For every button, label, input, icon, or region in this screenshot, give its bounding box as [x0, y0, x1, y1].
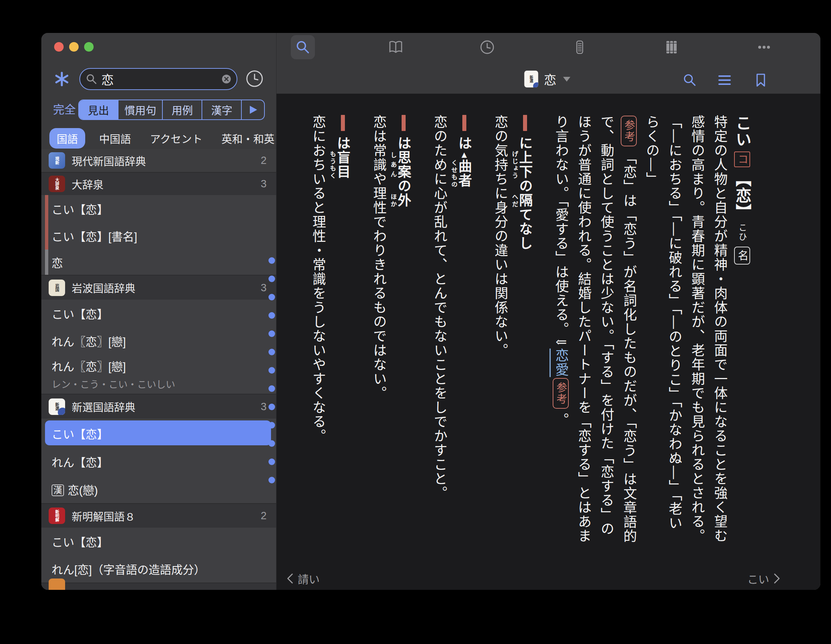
wildcard-icon[interactable] [54, 71, 70, 87]
entry-marker [45, 222, 48, 250]
search-view-button[interactable] [291, 35, 315, 59]
results-list: 現新 現代新国語辞典 2 大辞泉 大辞泉 3 こい【恋】 こい【恋】[書名] 恋 [41, 149, 276, 590]
dictionary-icon [49, 579, 65, 590]
idiom-definition: 恋の気持ちに身分の違いは関係ない。 [489, 115, 511, 544]
bookmark-button[interactable] [754, 73, 768, 87]
bookshelf-view-button[interactable] [388, 40, 403, 55]
history-view-button[interactable] [479, 40, 495, 55]
list-item[interactable]: こい【恋】 [41, 300, 276, 327]
dictionary-icon: 大辞泉 [49, 175, 65, 192]
idiom-definition: 恋のために心が乱れて、とんでもないことをしでかすこと。 [428, 115, 451, 544]
minimize-window-button[interactable] [69, 42, 79, 52]
tab-kanji[interactable]: 漢字 [202, 100, 242, 119]
current-word-label: 恋 [544, 70, 556, 88]
idiom-headword: は思案しあんの外ほか [390, 115, 415, 544]
entry-marker [45, 195, 48, 222]
match-mode-label[interactable]: 完全 [53, 99, 76, 120]
tab-kanyoku[interactable]: 慣用句 [118, 100, 163, 119]
window-controls [54, 42, 94, 52]
category-kokugo[interactable]: 国語 [49, 128, 85, 148]
category-accent[interactable]: アクセント [145, 128, 208, 148]
dictionary-category-tabs: 国語 中国語 アクセント 英和・和英 英英辞典 [49, 128, 276, 148]
entry-text: こいコ【恋】こひ名 特定の人物と自分が精神・肉体の両面で一体になることを強く望む… [307, 115, 753, 544]
result-count: 3 [261, 178, 267, 190]
section-header-partial[interactable] [41, 582, 276, 590]
section-header[interactable]: 現新 現代新国語辞典 2 [41, 149, 276, 172]
section-header[interactable]: 新選 新選国語辞典 3 [41, 394, 276, 419]
search-in-entry-button[interactable] [683, 73, 697, 87]
list-item-selected[interactable]: こい【恋】 [41, 419, 276, 448]
tab-yourei[interactable]: 用例 [163, 100, 202, 119]
list-item[interactable]: れん【恋】 [41, 448, 276, 475]
search-history-button[interactable] [245, 70, 264, 88]
entry-readings: レン・こう・こい・こいしい [52, 377, 276, 391]
dictionary-icon: 新選 [49, 399, 65, 415]
entry-pane: 新選 恋 こいコ【恋】こひ名 特定の人物と自分が精神・肉体の両面で一体になること… [276, 33, 820, 590]
result-position-dots [269, 257, 275, 495]
idiom-headword: に上下げじょうの隔へだてなし [511, 115, 536, 544]
idiom-block: は▲曲者くせもの 恋のために心が乱れて、とんでもないことをしでかすこと。 [428, 115, 476, 544]
chevron-down-icon [562, 76, 571, 82]
category-eiwa-waei[interactable]: 英和・和英 [217, 128, 276, 148]
clear-search-button[interactable] [221, 74, 231, 84]
result-count: 3 [261, 282, 267, 294]
previous-entry-button[interactable]: 請い [286, 571, 320, 587]
search-type-segmented-control: 見出 慣用句 用例 漢字 [78, 99, 265, 120]
search-query: 恋 [101, 70, 221, 88]
sidebar: 恋 完全 見出 慣用句 用例 漢字 [41, 33, 276, 590]
section-header[interactable]: 新明解 新明解国語８ 2 [41, 503, 276, 528]
list-item[interactable]: れん〖恋〗[戀] [41, 327, 276, 354]
idiom-definition: 恋は常識や理性でわりきれるものではない。 [367, 115, 390, 544]
dictionary-icon: 新選 [524, 71, 538, 88]
idiom-definition: 恋におちいると理性・常識をうしないやすくなる。 [307, 115, 329, 544]
library-view-button[interactable] [664, 40, 679, 55]
category-chinese[interactable]: 中国語 [94, 128, 136, 148]
list-item[interactable]: こい【恋】[書名] [41, 222, 276, 250]
list-item[interactable]: こい【恋】 [41, 528, 276, 555]
entry-headword: こいコ【恋】こひ名 [731, 115, 753, 544]
idiom-headword: は盲目もうもく [329, 115, 354, 544]
kanji-badge: 漢 [52, 485, 64, 496]
section-header[interactable]: 岩国 岩波国語辞典 3 [41, 275, 276, 300]
search-icon [296, 40, 310, 54]
entry-content: こいコ【恋】こひ名 特定の人物と自分が精神・肉体の両面で一体になることを強く望む… [277, 94, 820, 569]
idiom-headword: は▲曲者くせもの [451, 115, 476, 544]
result-count: 2 [261, 155, 267, 166]
close-window-button[interactable] [54, 42, 64, 52]
entry-nav-bar: 請い こい [277, 569, 820, 590]
section-header[interactable]: 大辞泉 大辞泉 3 [41, 172, 276, 195]
search-mode-row: 完全 見出 慣用句 用例 漢字 [41, 99, 276, 121]
app-window: 恋 完全 見出 慣用句 用例 漢字 [41, 33, 820, 590]
list-item[interactable]: 恋 [41, 250, 276, 275]
idiom-block: は盲目もうもく 恋におちいると理性・常識をうしないやすくなる。 [307, 115, 354, 544]
entry-definition: 特定の人物と自分が精神・肉体の両面で一体になることを強く望む感情の高まり。青春期… [640, 115, 731, 544]
dictionary-icon: 現新 [49, 152, 65, 169]
chevron-right-icon [773, 573, 781, 584]
list-item[interactable]: 漢恋(戀) [41, 475, 276, 503]
entry-marker [45, 250, 48, 275]
result-count: 3 [261, 401, 267, 413]
entry-usage-note: 参考「恋」は「恋う」が名詞化したものだが、「恋う」は文章語的で、動詞として使うこ… [549, 115, 640, 544]
more-tabs-button[interactable] [242, 100, 264, 119]
play-icon [248, 105, 258, 115]
list-item[interactable]: こい【恋】 [41, 195, 276, 222]
current-entry-selector[interactable]: 新選 恋 [524, 64, 571, 94]
search-input[interactable]: 恋 [80, 68, 237, 90]
more-options-button[interactable] [756, 40, 772, 55]
entry-index-button[interactable] [718, 73, 732, 87]
idiom-block: は思案しあんの外ほか 恋は常識や理性でわりきれるものではない。 [367, 115, 415, 544]
dictionary-icon: 岩国 [49, 279, 65, 296]
zoom-window-button[interactable] [84, 42, 94, 52]
search-bar: 恋 [41, 68, 276, 91]
result-count: 2 [261, 510, 267, 522]
chevron-left-icon [286, 573, 294, 584]
tab-midashi[interactable]: 見出 [79, 100, 118, 119]
search-icon [86, 73, 97, 84]
index-view-button[interactable] [572, 40, 587, 55]
dictionary-icon: 新明解 [49, 507, 65, 524]
idiom-block: に上下げじょうの隔へだてなし 恋の気持ちに身分の違いは関係ない。 [489, 115, 536, 544]
list-item[interactable]: れん〖恋〗[戀] レン・こう・こい・こいしい [41, 354, 276, 394]
icon-decoration [533, 82, 538, 88]
list-item[interactable]: れん[恋]（字音語の造語成分） [41, 555, 276, 582]
next-entry-button[interactable]: こい [747, 571, 781, 587]
